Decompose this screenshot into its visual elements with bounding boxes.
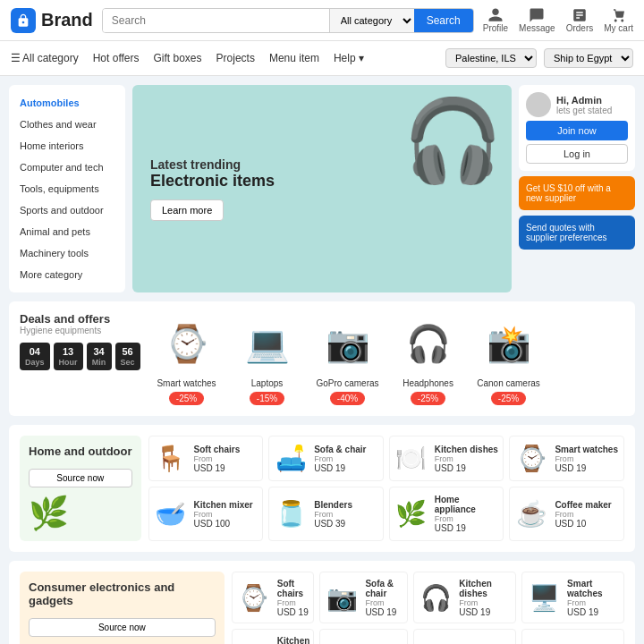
deal-smartwatches-badge: -25%: [169, 392, 204, 405]
deal-laptops-badge: -15%: [250, 392, 284, 405]
deal-headphones-badge: -25%: [411, 392, 445, 405]
deal-headphones-name: Headphones: [402, 378, 453, 388]
deal-headphones[interactable]: 🎧 Headphones -25%: [393, 312, 464, 405]
sidebar-item-sports[interactable]: Sports and outdoor: [9, 199, 125, 221]
orders-action[interactable]: Orders: [566, 7, 594, 33]
hero-cta-button[interactable]: Learn more: [150, 199, 224, 221]
elec-product-7[interactable]: 📱 SmartPhone From USD 19: [413, 629, 516, 644]
product-soft-chairs[interactable]: 🪑 Soft chairs From USD 19: [148, 436, 264, 481]
timer-mins: 34 Min: [87, 343, 112, 370]
login-button[interactable]: Log in: [526, 144, 628, 164]
elec-product-4[interactable]: 🖥️ Smart watches From USD 19: [521, 572, 624, 623]
timer-hours: 13 Hour: [54, 343, 83, 370]
home-outdoor-info: Home and outdoor Source now 🌿: [20, 436, 141, 541]
promo-greeting: Hi, Admin: [556, 95, 612, 106]
hero-image: 🎧: [402, 94, 503, 188]
sidebar-item-automobiles[interactable]: Automobiles: [9, 92, 125, 114]
deals-subtitle: Hygiene equipments: [20, 326, 140, 335]
hero-subtitle: Latest trending: [150, 157, 275, 172]
electronics-products: ⌚ Soft chairs From USD 19 📷 Sofa & chair…: [232, 572, 624, 644]
elec-product-3[interactable]: 🎧 Kitchen dishes From USD 19: [413, 572, 516, 623]
logo-icon: [11, 8, 36, 33]
orders-label: Orders: [566, 23, 594, 33]
timer-secs: 56 Sec: [115, 343, 140, 370]
hero-title: Electronic items: [150, 172, 275, 191]
category-select[interactable]: All category: [329, 9, 414, 32]
deal-canon-badge: -25%: [491, 392, 526, 405]
profile-action[interactable]: Profile: [483, 7, 508, 33]
sidebar-item-animals[interactable]: Animal and pets: [9, 221, 125, 242]
search-input[interactable]: [103, 9, 329, 32]
profile-label: Profile: [483, 23, 508, 33]
product-smart-watches-home-img: ⌚: [513, 444, 549, 473]
product-kitchen-mixer[interactable]: 🥣 Kitchen mixer From USD 100: [148, 487, 264, 541]
product-kitchen-mixer-img: 🥣: [153, 499, 189, 529]
home-outdoor-image: 🌿: [29, 495, 132, 532]
nav-all-category[interactable]: ☰ All category: [11, 52, 79, 64]
countdown-timer: 04 Days 13 Hour 34 Min 56 Sec: [20, 343, 140, 370]
nav-bar: ☰ All category Hot offers Gift boxes Pro…: [0, 41, 644, 76]
product-home-appliance[interactable]: 🌿 Home appliance From USD 19: [389, 487, 504, 541]
deal-canon[interactable]: 📸 Canon cameras -25%: [473, 312, 545, 405]
message-label: Message: [519, 23, 555, 33]
hero-text: Latest trending Electronic items Learn m…: [150, 157, 275, 221]
promo-blue-card[interactable]: Send quotes with supplier preferences: [519, 216, 635, 250]
sidebar-item-machinery[interactable]: Machinery tools: [9, 242, 125, 264]
deal-smartwatches-name: Smart watches: [157, 378, 216, 388]
header-actions: Profile Message Orders My cart: [483, 7, 633, 33]
product-kitchen-dishes[interactable]: 🍽️ Kitchen dishes From USD 19: [389, 436, 504, 481]
join-button[interactable]: Join now: [526, 121, 628, 140]
product-sofa-chair[interactable]: 🛋️ Sofa & chair From USD 19: [268, 436, 384, 481]
search-button[interactable]: Search: [414, 9, 473, 32]
sidebar-item-tools[interactable]: Tools, equipments: [9, 178, 125, 199]
promo-user-card: Hi, Admin lets get stated Join now Log i…: [519, 85, 635, 171]
nav-left: ☰ All category Hot offers Gift boxes Pro…: [11, 52, 364, 64]
nav-menu-item[interactable]: Menu item: [269, 52, 319, 64]
product-smart-watches-home[interactable]: ⌚ Smart watches From USD 19: [509, 436, 624, 481]
deals-products: ⌚ Smart watches -25% 💻 Laptops -15% 📷 Go…: [151, 312, 545, 405]
product-kitchen-dishes-img: 🍽️: [394, 444, 429, 473]
deal-laptops-img: 💻: [232, 312, 303, 375]
elec-product-2[interactable]: 📷 Sofa & chair From USD 19: [319, 572, 408, 623]
electronics-cta[interactable]: Source now: [29, 618, 216, 637]
deals-info: Deals and offers Hygiene equipments 04 D…: [20, 312, 140, 370]
deals-section: Deals and offers Hygiene equipments 04 D…: [9, 301, 635, 416]
deal-smartwatches-img: ⌚: [151, 312, 223, 375]
nav-right: Palestine, ILS Ship to Egypt: [445, 48, 633, 68]
deal-laptops-name: Laptops: [251, 378, 284, 388]
sidebar-item-more[interactable]: More category: [9, 264, 125, 285]
cart-action[interactable]: My cart: [604, 7, 633, 33]
promo-subtext: lets get stated: [556, 106, 612, 115]
deal-canon-name: Canon cameras: [477, 378, 540, 388]
sidebar-item-clothes[interactable]: Clothes and wear: [9, 114, 125, 135]
deal-gopro[interactable]: 📷 GoPro cameras -40%: [312, 312, 384, 405]
shipping-select[interactable]: Ship to Egypt: [544, 48, 633, 68]
menu-icon: ☰: [11, 52, 21, 64]
deal-smartwatches[interactable]: ⌚ Smart watches -25%: [151, 312, 223, 405]
deal-laptops[interactable]: 💻 Laptops -15%: [232, 312, 303, 405]
product-home-appliance-img: 🌿: [394, 499, 429, 529]
elec-product-8[interactable]: 📱 SmartPhone From USD 10: [521, 629, 624, 644]
hero-right: Hi, Admin lets get stated Join now Log i…: [519, 85, 635, 292]
location-select[interactable]: Palestine, ILS: [445, 48, 537, 68]
nav-hot-offers[interactable]: Hot offers: [93, 52, 140, 64]
message-action[interactable]: Message: [519, 7, 555, 33]
product-coffee-maker[interactable]: ☕ Coffee maker From USD 10: [509, 487, 624, 541]
elec-product-6[interactable]: 💻 Blenders From USD 39: [319, 629, 408, 644]
deals-title: Deals and offers: [20, 312, 140, 326]
home-outdoor-cta[interactable]: Source now: [29, 469, 132, 487]
product-blenders[interactable]: 🫙 Blenders From USD 39: [268, 487, 384, 541]
sidebar-item-computer[interactable]: Computer and tech: [9, 157, 125, 178]
sidebar-item-home-interiors[interactable]: Home interiors: [9, 135, 125, 157]
header: Brand All category Search Profile Messag…: [0, 0, 644, 41]
elec-product-5[interactable]: 🎧 Kitchen mixer From USD 100: [232, 629, 315, 644]
nav-gift-boxes[interactable]: Gift boxes: [154, 52, 202, 64]
product-coffee-maker-img: ☕: [513, 499, 549, 529]
home-outdoor-section: Home and outdoor Source now 🌿 🪑 Soft cha…: [9, 425, 635, 552]
electronics-title: Consumer electronics and gadgets: [29, 580, 216, 607]
nav-projects[interactable]: Projects: [216, 52, 255, 64]
home-outdoor-title: Home and outdoor: [29, 445, 132, 458]
elec-product-1[interactable]: ⌚ Soft chairs From USD 19: [232, 572, 315, 623]
promo-orange-card[interactable]: Get US $10 off with a new supplier: [519, 176, 635, 210]
nav-help[interactable]: Help ▾: [334, 52, 364, 64]
